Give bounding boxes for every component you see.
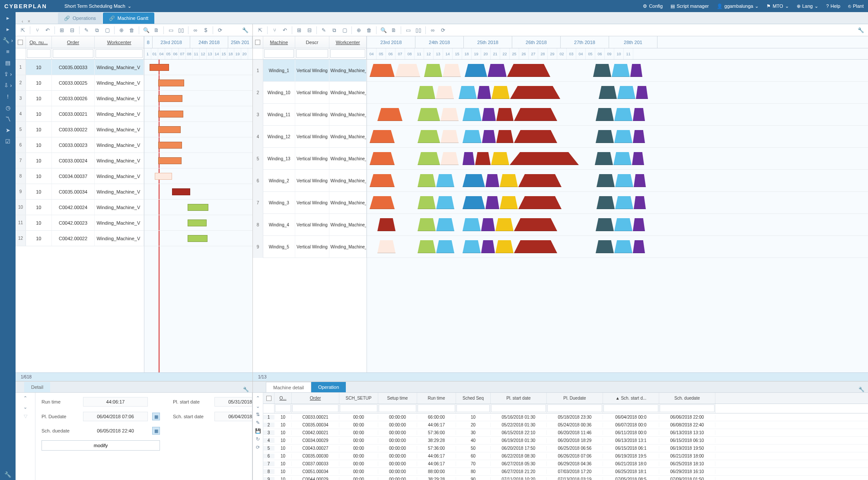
- lang-menu[interactable]: ⊕Lang⌄: [797, 3, 818, 9]
- chevron-down-icon: ⌄: [755, 3, 759, 9]
- chevron-down-icon: ⌄: [785, 3, 789, 9]
- top-bar: CYBERPLAN Short Term Scheduling Mach ⌄ ⚙…: [0, 0, 868, 12]
- chevron-down-icon: ⌄: [128, 3, 131, 9]
- globe-icon: ⊕: [797, 3, 801, 9]
- schedule-title: Short Term Scheduling Mach: [64, 3, 125, 9]
- chevron-down-icon: ⌄: [814, 3, 818, 9]
- mto-menu[interactable]: ⚑MTO⌄: [766, 3, 788, 9]
- flag-icon: ⚑: [766, 3, 771, 9]
- plant-icon: ⎋: [848, 3, 851, 9]
- user-icon: 👤: [717, 3, 723, 9]
- script-manager-link[interactable]: ▤Script manager: [670, 3, 709, 9]
- gear-icon: ⚙: [643, 3, 647, 9]
- brand-logo: CYBERPLAN: [4, 3, 47, 10]
- help-icon: ?: [826, 3, 829, 9]
- plant-link[interactable]: ⎋Plant: [848, 3, 864, 9]
- user-menu[interactable]: 👤ggambalunga⌄: [717, 3, 759, 9]
- config-link[interactable]: ⚙Config: [643, 3, 663, 9]
- schedule-selector[interactable]: Short Term Scheduling Mach ⌄: [64, 3, 131, 9]
- script-icon: ▤: [670, 3, 675, 9]
- help-link[interactable]: ?Help: [826, 3, 840, 9]
